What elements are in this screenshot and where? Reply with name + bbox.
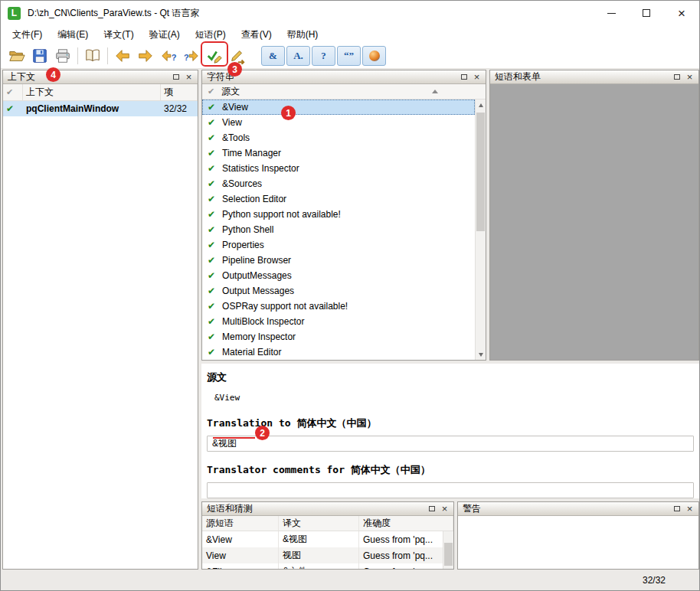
- close-icon: ×: [678, 7, 685, 20]
- done-icon: ✔: [208, 301, 215, 312]
- column-header-accuracy[interactable]: 准确度: [359, 516, 453, 531]
- string-row[interactable]: ✔Pipeline Browser: [202, 253, 475, 268]
- string-row[interactable]: ✔Selection Editor: [202, 191, 475, 207]
- translation-input[interactable]: &视图: [207, 436, 694, 452]
- column-header-source-phrase[interactable]: 源短语: [202, 516, 279, 531]
- float-panel-button[interactable]: [670, 503, 683, 514]
- print-button[interactable]: [51, 45, 74, 67]
- translator-comments-input[interactable]: [207, 482, 694, 498]
- validate-placemarkers-button[interactable]: “”: [337, 46, 361, 66]
- string-row[interactable]: ✔View: [202, 115, 475, 130]
- menu-validation[interactable]: 验证(A): [142, 26, 188, 44]
- validate-guesses-button[interactable]: [362, 46, 386, 66]
- string-row[interactable]: ✔&Sources: [202, 176, 475, 191]
- close-panel-button[interactable]: ×: [182, 71, 195, 83]
- scrollbar-thumb[interactable]: [476, 113, 485, 231]
- context-row-selected[interactable]: ✔ pqClientMainWindow 32/32: [3, 101, 198, 116]
- guesses-table-header[interactable]: 源短语 译文 准确度: [202, 516, 453, 531]
- minimize-button[interactable]: [594, 1, 629, 25]
- phrases-forms-empty-area: [490, 84, 698, 360]
- open-file-button[interactable]: [5, 45, 28, 67]
- source-string: OSPRay support not available!: [222, 301, 348, 312]
- source-string: Pipeline Browser: [222, 255, 291, 266]
- scroll-up-icon[interactable]: [476, 100, 486, 110]
- float-icon: [429, 506, 435, 511]
- string-row[interactable]: ✔Python Shell: [202, 222, 475, 237]
- string-row[interactable]: ✔Python support not available!: [202, 207, 475, 222]
- source-string: Properties: [222, 240, 264, 250]
- phrases-guesses-panel: 短语和猜测 × 源短语 译文 准确度 &View &视图 Guess from …: [201, 501, 454, 570]
- translation-area: 源文 &View Translation to 简体中文（中国） &视图 Tra…: [201, 364, 699, 498]
- scrollbar-thumb[interactable]: [444, 543, 453, 566]
- annotation-badge-3: 3: [227, 62, 242, 77]
- validate-punctuation-button[interactable]: A.: [286, 46, 310, 66]
- accelerator-icon: &: [269, 50, 277, 62]
- source-string: Python Shell: [222, 224, 273, 235]
- validate-accelerators-button[interactable]: &: [261, 46, 285, 66]
- float-panel-button[interactable]: [670, 71, 683, 83]
- guess-row[interactable]: View 视图 Guess from 'pq...: [202, 547, 453, 563]
- done-icon: ✔: [208, 240, 215, 250]
- close-icon: ×: [186, 72, 192, 82]
- source-string: Python support not available!: [222, 209, 341, 220]
- source-string: &Tools: [222, 132, 250, 143]
- menu-help[interactable]: 帮助(H): [280, 26, 326, 44]
- string-row[interactable]: ✔Output Messages: [202, 283, 475, 299]
- string-row[interactable]: ✔Properties: [202, 237, 475, 253]
- source-string: Selection Editor: [222, 194, 286, 204]
- phrases-guesses-panel-header: 短语和猜测 ×: [202, 502, 453, 516]
- save-button[interactable]: [28, 45, 51, 67]
- string-row[interactable]: ✔OSPRay support not available!: [202, 299, 475, 314]
- arrow-right-question-icon: ?: [183, 47, 200, 64]
- guesses-scrollbar[interactable]: [443, 531, 453, 569]
- menu-view[interactable]: 查看(V): [234, 26, 280, 44]
- validate-phrases-button[interactable]: ?: [312, 46, 335, 66]
- close-panel-button[interactable]: ×: [470, 71, 483, 83]
- prev-button[interactable]: [111, 45, 134, 67]
- guess-accuracy: Guess from 'p...: [359, 563, 453, 569]
- menu-edit[interactable]: 编辑(E): [50, 26, 96, 44]
- arrow-right-icon: [137, 47, 154, 64]
- source-string: Memory Inspector: [222, 331, 296, 342]
- source-string: &Sources: [222, 178, 262, 189]
- string-row[interactable]: ✔&View: [202, 100, 475, 115]
- float-panel-button[interactable]: [169, 71, 182, 83]
- string-row[interactable]: ✔&Tools: [202, 130, 475, 145]
- close-panel-button[interactable]: ×: [438, 503, 451, 514]
- close-panel-button[interactable]: ×: [683, 503, 696, 514]
- phrasebook-button[interactable]: [81, 45, 104, 67]
- string-row[interactable]: ✔Material Editor: [202, 344, 475, 360]
- prev-unfinished-button[interactable]: ?: [157, 45, 180, 67]
- close-button[interactable]: ×: [664, 1, 699, 25]
- qt-linguist-window: L D:\zh_CN\Clients_ParaView.ts - Qt 语言家 …: [0, 0, 700, 591]
- column-header-items[interactable]: 项: [161, 84, 198, 100]
- column-header-context[interactable]: 上下文: [23, 84, 161, 100]
- panel-title: 上下文: [5, 70, 169, 83]
- next-unfinished-button[interactable]: ?: [180, 45, 203, 67]
- string-row[interactable]: ✔Statistics Inspector: [202, 161, 475, 176]
- done-icon: ✔: [208, 270, 215, 281]
- guess-translation: &文件: [279, 563, 359, 569]
- scroll-down-icon[interactable]: [476, 349, 486, 360]
- string-row[interactable]: ✔Memory Inspector: [202, 329, 475, 344]
- menu-translation[interactable]: 译文(T): [96, 26, 141, 44]
- context-table: ✔ 上下文 项 ✔ pqClientMainWindow 32/32: [3, 84, 198, 569]
- string-row[interactable]: ✔Time Manager: [202, 145, 475, 161]
- strings-list: ✔&View ✔View ✔&Tools ✔Time Manager ✔Stat…: [202, 100, 475, 360]
- string-row[interactable]: ✔OutputMessages: [202, 268, 475, 283]
- context-table-header[interactable]: ✔ 上下文 项: [3, 84, 198, 101]
- close-icon: ×: [687, 504, 693, 514]
- menu-file[interactable]: 文件(F): [5, 26, 50, 44]
- next-button[interactable]: [134, 45, 157, 67]
- guess-row[interactable]: &Fil &文件 Guess from 'p...: [202, 563, 453, 569]
- guess-row[interactable]: &View &视图 Guess from 'pq...: [202, 531, 453, 547]
- close-panel-button[interactable]: ×: [683, 71, 696, 83]
- float-panel-button[interactable]: [457, 71, 470, 83]
- strings-scrollbar[interactable]: [475, 100, 486, 360]
- strings-table-header[interactable]: ✔ 源文: [202, 84, 486, 100]
- column-header-translation[interactable]: 译文: [279, 516, 359, 531]
- maximize-button[interactable]: [629, 1, 664, 25]
- float-panel-button[interactable]: [425, 503, 438, 514]
- source-string: Time Manager: [222, 148, 281, 158]
- string-row[interactable]: ✔MultiBlock Inspector: [202, 314, 475, 329]
